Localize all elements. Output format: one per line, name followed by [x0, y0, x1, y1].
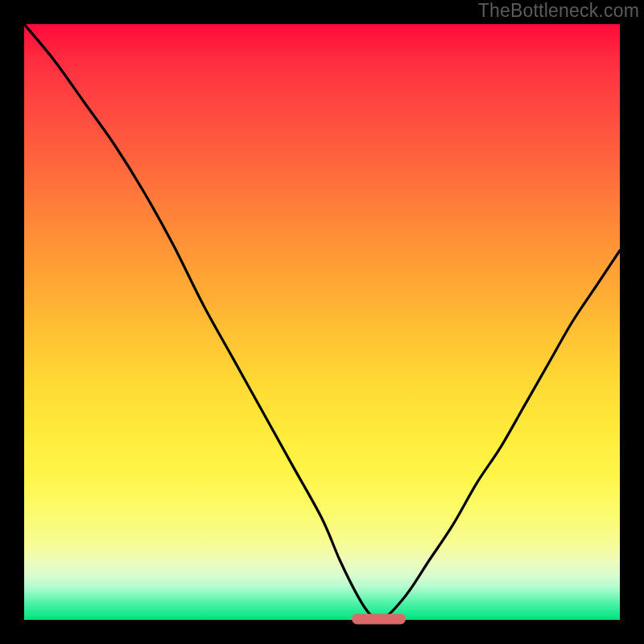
chart-frame: TheBottleneck.com [0, 0, 644, 644]
bottleneck-curve [24, 24, 620, 620]
plot-area [24, 24, 620, 620]
attribution-text: TheBottleneck.com [478, 0, 639, 22]
optimum-marker [352, 613, 406, 624]
